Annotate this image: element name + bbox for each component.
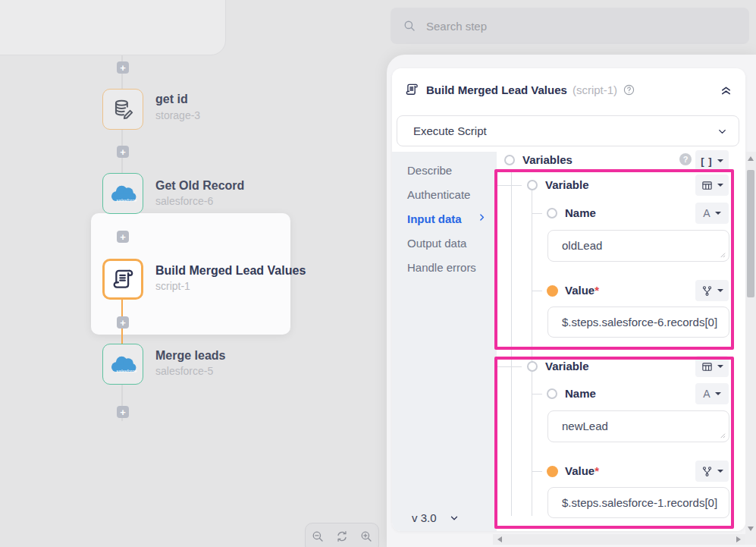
tab-input-data[interactable]: Input data <box>407 212 462 229</box>
svg-text:salesforce: salesforce <box>116 198 137 203</box>
table-grid-icon <box>701 361 713 373</box>
tree-line <box>497 185 522 186</box>
required-field-circle <box>547 466 558 477</box>
type-selector-jsonpath[interactable] <box>695 280 729 301</box>
add-step-button[interactable] <box>117 406 129 418</box>
chevron-right-icon <box>477 212 487 222</box>
name-field-label: Name <box>565 206 596 219</box>
step-properties-panel: Build Merged Lead Values (script-1) Exec… <box>387 55 756 547</box>
tree-node-circle <box>527 180 538 190</box>
tab-handle-errors[interactable]: Handle errors <box>407 261 476 278</box>
tab-authenticate[interactable]: Authenticate <box>407 188 470 205</box>
variable-name-input[interactable]: newLead <box>547 410 729 442</box>
salesforce-cloud-icon: salesforce <box>108 184 137 204</box>
panel-step-id: (script-1) <box>572 83 617 96</box>
help-icon[interactable]: ? <box>679 153 692 165</box>
required-field-circle <box>547 285 558 297</box>
type-selector-object[interactable] <box>695 356 729 377</box>
required-asterisk: * <box>594 464 599 477</box>
value-field-label: Value* <box>565 284 599 297</box>
add-step-button[interactable] <box>117 316 129 329</box>
add-step-button[interactable] <box>117 61 129 74</box>
value-field-label: Value* <box>565 464 599 477</box>
step-subtitle: script-1 <box>155 280 190 292</box>
step-subtitle: storage-3 <box>155 109 200 121</box>
variable-value-input[interactable]: $.steps.salesforce-1.records[0] <box>547 487 729 518</box>
tree-line <box>532 394 542 395</box>
help-icon[interactable] <box>623 83 635 96</box>
step-node-salesforce[interactable]: salesforce <box>102 173 143 214</box>
tree-line <box>532 213 542 214</box>
step-title: get id <box>155 93 188 106</box>
panel-header: Build Merged Lead Values (script-1) <box>392 68 745 111</box>
tree-node-circle <box>527 361 538 372</box>
scroll-script-icon <box>110 266 136 292</box>
type-selector-string[interactable]: A <box>695 203 729 224</box>
step-title: Build Merged Lead Values <box>155 264 306 278</box>
required-asterisk: * <box>594 284 599 297</box>
step-properties-card: Build Merged Lead Values (script-1) Exec… <box>392 68 745 531</box>
caret-down-icon <box>717 159 723 162</box>
tree-line <box>511 171 512 516</box>
step-subtitle: salesforce-6 <box>155 195 213 207</box>
panel-tabs-sidebar: Describe Authenticate Input data Output … <box>392 152 497 531</box>
variables-root-label: Variables <box>522 153 572 166</box>
workflow-builder-app: get id storage-3 salesforce Get Old Reco… <box>0 0 756 547</box>
scroll-down-arrow[interactable] <box>748 527 754 531</box>
zoom-in-icon[interactable] <box>359 530 373 543</box>
variable-block-label: Variable <box>545 178 589 191</box>
input-data-form: Variables ? [ ] Variable Name A <box>497 152 745 531</box>
branch-icon <box>701 466 713 477</box>
panel-title: Build Merged Lead Values <box>426 83 567 96</box>
scrollbar-thumb[interactable] <box>747 170 754 297</box>
variable-value-input[interactable]: $.steps.salesforce-6.records[0] <box>547 307 729 338</box>
operation-selected-value: Execute Script <box>413 116 487 146</box>
step-search-bar <box>391 8 749 44</box>
step-node-salesforce[interactable]: salesforce <box>102 344 143 385</box>
caret-down-icon <box>715 212 721 215</box>
step-title: Merge leads <box>155 349 225 363</box>
type-selector-jsonpath[interactable] <box>695 461 729 482</box>
chevron-down-icon <box>449 513 460 523</box>
table-grid-icon <box>701 180 713 191</box>
version-label: v 3.0 <box>412 511 437 524</box>
zoom-out-icon[interactable] <box>311 530 325 543</box>
branch-icon <box>701 285 713 297</box>
step-subtitle: salesforce-5 <box>155 365 213 377</box>
add-step-button[interactable] <box>117 146 129 158</box>
type-selector-string[interactable]: A <box>695 383 729 404</box>
add-step-button[interactable] <box>117 231 129 243</box>
resize-grip-icon[interactable] <box>719 432 726 439</box>
scroll-right-arrow[interactable] <box>736 536 741 542</box>
horizontal-scrollbar[interactable] <box>493 534 745 545</box>
canvas-zoom-controls <box>305 523 379 547</box>
database-pencil-icon <box>111 97 135 121</box>
tree-line <box>532 471 542 472</box>
svg-text:salesforce: salesforce <box>116 369 137 373</box>
scroll-up-arrow[interactable] <box>748 156 754 161</box>
chevron-down-icon <box>717 126 728 137</box>
vertical-scrollbar[interactable] <box>745 152 756 545</box>
resize-grip-icon[interactable] <box>719 251 726 258</box>
variable-name-input[interactable]: oldLead <box>547 230 729 262</box>
step-node-script-selected[interactable] <box>102 259 143 300</box>
type-selector-object[interactable] <box>695 174 729 196</box>
caret-down-icon <box>717 470 723 473</box>
version-selector[interactable]: v 3.0 <box>412 511 460 524</box>
caret-down-icon <box>717 184 723 187</box>
previous-step-card[interactable] <box>0 0 226 55</box>
search-icon <box>403 19 416 33</box>
name-field-label: Name <box>565 387 596 400</box>
scroll-left-arrow[interactable] <box>497 536 502 542</box>
step-node-storage[interactable] <box>102 89 143 130</box>
tree-node-circle <box>547 208 557 218</box>
tab-describe[interactable]: Describe <box>407 164 452 181</box>
tab-output-data[interactable]: Output data <box>407 237 466 253</box>
collapse-panel-icon[interactable] <box>719 83 733 97</box>
type-selector-array[interactable]: [ ] <box>695 150 729 171</box>
search-input[interactable] <box>425 8 728 44</box>
refresh-icon[interactable] <box>335 530 349 543</box>
operation-select[interactable]: Execute Script <box>397 115 739 146</box>
caret-down-icon <box>717 289 723 292</box>
step-title: Get Old Record <box>155 179 244 193</box>
